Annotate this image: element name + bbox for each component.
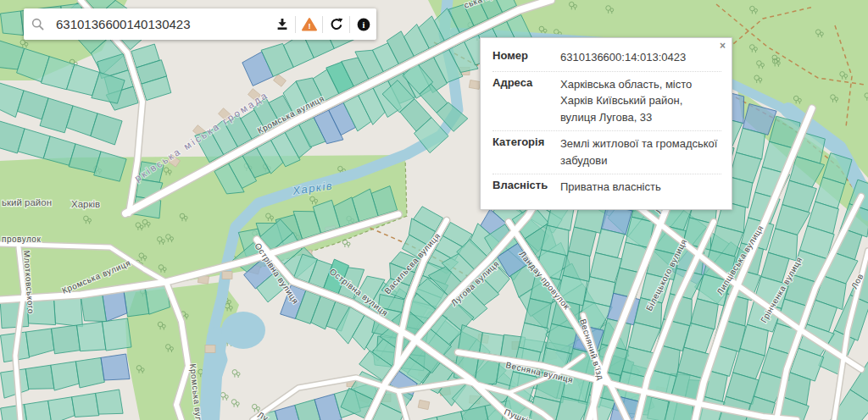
svg-text:i: i (362, 19, 364, 29)
parcel[interactable] (48, 397, 75, 420)
close-icon[interactable]: × (720, 41, 726, 51)
refresh-button[interactable] (323, 8, 349, 40)
parcel[interactable] (480, 333, 504, 356)
svg-text:!: ! (308, 20, 310, 30)
parcel[interactable] (52, 325, 81, 354)
info-button[interactable]: i (350, 8, 376, 40)
download-button[interactable] (269, 8, 295, 40)
parcel[interactable] (96, 390, 124, 414)
warning-icon: ! (301, 17, 318, 32)
popup-label: Адреса (492, 76, 560, 126)
parcel-info-popup: × Номер 6310136600:14:013:0423 Адреса Ха… (480, 37, 732, 210)
parcel[interactable] (75, 357, 104, 388)
parcel[interactable] (101, 354, 130, 380)
parcel[interactable] (25, 365, 54, 389)
info-icon: i (356, 17, 371, 32)
parcel[interactable] (25, 401, 53, 420)
popup-label: Власність (492, 179, 560, 196)
parcel[interactable] (1, 11, 24, 36)
parcel[interactable] (81, 295, 107, 321)
search-input[interactable] (53, 17, 269, 31)
search-bar: ! i (24, 8, 376, 40)
place-label: ький район (2, 197, 52, 207)
parcel[interactable] (72, 393, 99, 417)
refresh-icon (329, 17, 344, 32)
parcel[interactable] (54, 298, 83, 327)
building (222, 272, 232, 279)
parcel[interactable] (103, 318, 132, 351)
popup-label: Номер (492, 49, 560, 66)
place-label: Харків (71, 199, 100, 209)
download-icon (275, 17, 290, 32)
popup-row-category: Категорія Землі житлової та громадської … (492, 131, 721, 174)
pond (221, 312, 265, 349)
parcel[interactable] (475, 359, 500, 384)
search-icon (24, 17, 53, 32)
popup-row-ownership: Власність Приватна власність (492, 174, 721, 201)
popup-row-address: Адреса Харківська область, місто Харків … (492, 72, 721, 132)
cadastral-map[interactable]: Кромська вулицяська вулицяКромська вулиц… (0, 0, 868, 420)
popup-value: Приватна власність (560, 179, 721, 196)
popup-value: 6310136600:14:013:0423 (560, 49, 721, 66)
warning-button[interactable]: ! (296, 8, 322, 40)
parcel[interactable] (124, 289, 149, 317)
popup-value: Харківська область, місто Харків Київськ… (560, 76, 721, 126)
street-label: провулок (2, 235, 41, 244)
building (205, 345, 215, 353)
building (469, 80, 480, 90)
popup-value: Землі житлової та громадської забудови (560, 135, 721, 169)
parcel[interactable] (77, 322, 106, 351)
popup-row-number: Номер 6310136600:14:013:0423 (492, 45, 721, 72)
popup-label: Категорія (492, 135, 560, 169)
